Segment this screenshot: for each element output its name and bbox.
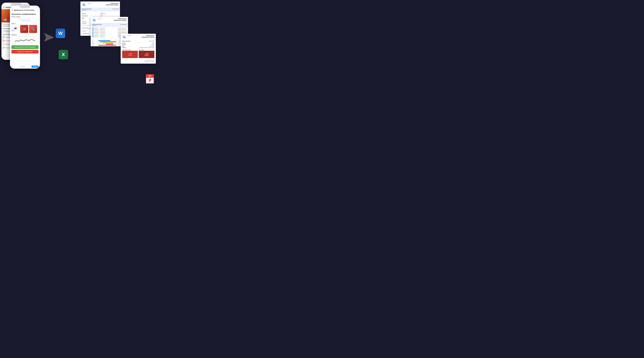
signature-label: Signature — [10, 34, 40, 36]
page-number-front: 3/3 — [12, 66, 13, 67]
photo-thumb-1 — [20, 25, 28, 33]
phone-front-footer: 3/3 Précédent Annuler — [10, 65, 40, 69]
add-photo-button[interactable]: 📷 Ajouter une image — [12, 25, 20, 33]
annuler-button[interactable]: Annuler — [32, 66, 38, 68]
report-3-title-line2: Maintenance Report — [142, 36, 154, 38]
calendar-icon-3: 📅 — [4, 44, 6, 45]
r3-sig-svg — [144, 59, 154, 62]
calendar-icon-1: 📅 — [4, 37, 6, 38]
excel-letter: X — [62, 52, 65, 57]
field-nom: Nom Intervenant Pierre Ducoté — [82, 14, 100, 17]
send-arrow-svg — [43, 32, 55, 43]
r3-problem-label: Problem — [122, 47, 130, 48]
calendar-icon-4: 📅 — [4, 47, 6, 48]
report-2-title: Field Service Maintenance Report — [114, 18, 126, 21]
report-row-4: Intervention Secteur 29-A Contrôle Confo… — [92, 32, 126, 33]
int-id-1: Intervention 29-A — [82, 8, 92, 10]
svg-rect-2 — [92, 18, 96, 22]
photos-label: Photos — [10, 23, 40, 25]
r3-completed-label: Report Completed — [122, 41, 130, 42]
company-logo-1 — [82, 3, 86, 7]
r3-problem-row: Problem Variation de pression section 34… — [122, 47, 154, 48]
gantt-bar-5 — [98, 45, 116, 46]
pdf-body — [146, 78, 154, 84]
r3-divider-1 — [122, 42, 154, 42]
report-1-title: Field Service Maintenance Report — [106, 3, 118, 6]
close-icon-front[interactable]: ✕ — [12, 9, 13, 11]
r3-photo-title-under: Issue Under Process — [122, 49, 138, 50]
int-date-2: 21 Déc 2022 — [120, 24, 126, 25]
r3-date-row: Date 21/12/2022 — [122, 46, 154, 47]
report-2-title-line2: Maintenance Report — [114, 20, 126, 21]
gantt-bar-4 — [106, 44, 113, 45]
report-3-title: Field Service Maintenance Report — [142, 35, 154, 38]
signature-box[interactable] — [12, 36, 38, 44]
report-2-title-line1: Field Service — [114, 18, 126, 20]
upload-button[interactable]: 📄 Ajouter un fichier — [12, 18, 38, 22]
int-date-1: 21 Déc 2022 — [112, 8, 118, 10]
report-3-header: COMPANY Field Service Maintenance Report — [121, 34, 156, 40]
diag-dot-3 — [3, 43, 3, 46]
upload-icon: 📄 — [20, 19, 21, 21]
report-title-line2: Maintenance Report — [106, 4, 118, 6]
camera-icon: 📷 — [14, 27, 17, 29]
word-icon-bg: W — [56, 29, 65, 38]
row-bar-1 — [92, 28, 94, 28]
diag-dot-4 — [3, 46, 3, 49]
gantt-bar-3 — [103, 43, 113, 43]
int-id-2: Intervention 29-A — [92, 24, 102, 25]
phone-front-title: Maintenances & Interventions — [14, 10, 36, 11]
report-3-title-line1: Field Service — [142, 35, 154, 36]
svg-rect-3 — [122, 35, 126, 39]
svg-marker-0 — [44, 33, 54, 42]
r3-section-label: Section — [122, 43, 130, 44]
report-1-header: COMPANY Field Service Maintenance Report — [80, 2, 120, 8]
report-row-3: Intervention Secteur 29-A Contrôle Confo… — [92, 30, 126, 32]
signature-svg — [12, 36, 38, 44]
report-card-3: COMPANY Field Service Maintenance Report… — [121, 34, 156, 64]
r3-problem-value: Variation de pression section 34eA2 — [139, 47, 154, 48]
diag-dot-2 — [3, 39, 3, 42]
company-label-1: COMPANY — [87, 3, 92, 4]
diag-dot-1 — [3, 36, 3, 39]
company-label-3: COMPANY — [128, 35, 132, 36]
save-button[interactable]: ENREGISTRER POUR DEMARRER — [12, 45, 38, 49]
r3-section-value: 34EA — [152, 43, 154, 44]
pdf-label: PDF — [148, 75, 152, 77]
dernier-label: Dernier contrôle — [10, 16, 40, 18]
pdf-icon[interactable]: PDF — [146, 74, 154, 84]
upload-btn-label: Ajouter un fichier — [22, 20, 30, 21]
r3-completed-row: Report Completed 21 Déc 2022 — [122, 41, 154, 42]
pdf-container: PDF — [146, 74, 154, 84]
row-bar-5 — [92, 34, 94, 34]
field-secteur: Secteur 29-A — [100, 14, 118, 17]
report-2-header: COMPANY Field Service Maintenance Report — [91, 17, 128, 23]
cancel-button[interactable]: ANNULER L'OPÉRATION — [12, 50, 38, 54]
close-icon[interactable]: ✕ — [3, 6, 5, 9]
r3-section-row: Section 34EA — [122, 43, 154, 44]
excel-icon-bg: X — [58, 50, 68, 59]
excel-icon[interactable]: X — [58, 50, 68, 59]
section-title: Documents complémentaires — [10, 12, 40, 16]
menu-icon-front[interactable]: ⋮ — [36, 9, 38, 11]
r3-country-label: Country — [122, 44, 130, 45]
r3-divider-2 — [122, 49, 154, 49]
r3-completed-date: 21 Déc 2022 — [149, 41, 154, 42]
report-3-content: Report Completed 21 Déc 2022 Section 34E… — [121, 40, 156, 64]
svg-rect-1 — [82, 3, 86, 7]
report-row-2: Intervention Secteur 29-A Contrôle Confo… — [92, 29, 126, 30]
r3-sig — [144, 59, 154, 63]
company-logo-2 — [92, 18, 96, 22]
row-bar-4 — [92, 32, 94, 33]
r3-date-label: Date — [122, 46, 130, 47]
word-letter: W — [58, 31, 62, 36]
r3-photo-block-under: Issue Under Process — [122, 49, 138, 58]
phone-front-header: ✕ Maintenances & Interventions ⋮ — [10, 8, 40, 12]
int-status-2: Conforme — [92, 25, 102, 26]
photo-thumb-2 — [29, 25, 37, 33]
r3-photo-solved — [139, 51, 154, 58]
word-icon[interactable]: W — [56, 29, 65, 38]
r3-sig-row — [122, 59, 154, 63]
prev-button-front[interactable]: Précédent — [20, 66, 25, 67]
gantt-bar-2 — [100, 41, 116, 42]
